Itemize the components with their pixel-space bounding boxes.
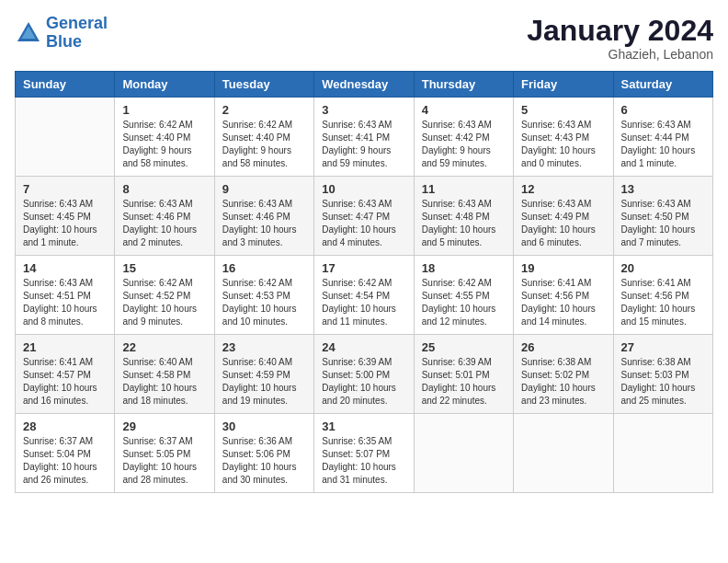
day-info: Sunrise: 6:43 AM Sunset: 4:49 PM Dayligh…	[521, 198, 605, 249]
day-number: 14	[23, 261, 107, 275]
week-row-3: 14Sunrise: 6:43 AM Sunset: 4:51 PM Dayli…	[16, 256, 713, 335]
calendar-cell: 9Sunrise: 6:43 AM Sunset: 4:46 PM Daylig…	[214, 177, 313, 256]
day-info: Sunrise: 6:42 AM Sunset: 4:40 PM Dayligh…	[122, 119, 206, 170]
day-number: 15	[122, 261, 206, 275]
day-info: Sunrise: 6:40 AM Sunset: 4:58 PM Dayligh…	[122, 356, 206, 408]
day-number: 28	[23, 419, 107, 433]
weekday-header-row: SundayMondayTuesdayWednesdayThursdayFrid…	[16, 72, 713, 98]
calendar-cell: 20Sunrise: 6:41 AM Sunset: 4:56 PM Dayli…	[613, 256, 712, 335]
day-info: Sunrise: 6:38 AM Sunset: 5:02 PM Dayligh…	[521, 356, 605, 408]
day-info: Sunrise: 6:43 AM Sunset: 4:42 PM Dayligh…	[422, 119, 506, 170]
day-info: Sunrise: 6:37 AM Sunset: 5:05 PM Dayligh…	[122, 435, 206, 487]
logo: General Blue	[15, 15, 108, 52]
calendar-cell: 24Sunrise: 6:39 AM Sunset: 5:00 PM Dayli…	[314, 335, 414, 414]
week-row-4: 21Sunrise: 6:41 AM Sunset: 4:57 PM Dayli…	[16, 335, 713, 414]
day-number: 10	[322, 182, 405, 196]
calendar-cell: 25Sunrise: 6:39 AM Sunset: 5:01 PM Dayli…	[414, 335, 513, 414]
day-number: 17	[322, 261, 405, 275]
calendar-cell	[613, 414, 712, 493]
calendar-cell: 23Sunrise: 6:40 AM Sunset: 4:59 PM Dayli…	[214, 335, 313, 414]
calendar-cell: 13Sunrise: 6:43 AM Sunset: 4:50 PM Dayli…	[613, 177, 712, 256]
calendar-cell: 29Sunrise: 6:37 AM Sunset: 5:05 PM Dayli…	[115, 414, 214, 493]
day-info: Sunrise: 6:41 AM Sunset: 4:57 PM Dayligh…	[23, 356, 107, 408]
day-info: Sunrise: 6:43 AM Sunset: 4:50 PM Dayligh…	[621, 198, 705, 249]
day-info: Sunrise: 6:41 AM Sunset: 4:56 PM Dayligh…	[621, 277, 705, 328]
day-number: 29	[122, 419, 206, 433]
day-number: 8	[122, 182, 206, 196]
day-number: 11	[422, 182, 506, 196]
calendar-cell: 2Sunrise: 6:42 AM Sunset: 4:40 PM Daylig…	[214, 98, 313, 177]
calendar-cell: 18Sunrise: 6:42 AM Sunset: 4:55 PM Dayli…	[414, 256, 513, 335]
day-number: 26	[521, 340, 605, 354]
calendar-cell: 14Sunrise: 6:43 AM Sunset: 4:51 PM Dayli…	[16, 256, 115, 335]
calendar-cell: 12Sunrise: 6:43 AM Sunset: 4:49 PM Dayli…	[514, 177, 613, 256]
day-number: 5	[521, 103, 605, 117]
day-info: Sunrise: 6:39 AM Sunset: 5:00 PM Dayligh…	[322, 356, 405, 408]
day-info: Sunrise: 6:42 AM Sunset: 4:55 PM Dayligh…	[422, 277, 506, 328]
logo-text: General Blue	[46, 15, 108, 52]
header-thursday: Thursday	[414, 72, 513, 98]
logo-line1: General	[46, 14, 108, 32]
day-number: 27	[621, 340, 705, 354]
title-block: January 2024 Ghazieh, Lebanon	[527, 15, 713, 62]
calendar-cell: 21Sunrise: 6:41 AM Sunset: 4:57 PM Dayli…	[16, 335, 115, 414]
header-sunday: Sunday	[16, 72, 115, 98]
day-number: 21	[23, 340, 107, 354]
calendar-cell: 17Sunrise: 6:42 AM Sunset: 4:54 PM Dayli…	[314, 256, 414, 335]
day-info: Sunrise: 6:43 AM Sunset: 4:46 PM Dayligh…	[222, 198, 306, 249]
day-info: Sunrise: 6:42 AM Sunset: 4:54 PM Dayligh…	[322, 277, 405, 328]
calendar-cell: 31Sunrise: 6:35 AM Sunset: 5:07 PM Dayli…	[314, 414, 414, 493]
day-info: Sunrise: 6:43 AM Sunset: 4:47 PM Dayligh…	[322, 198, 405, 249]
day-number: 19	[521, 261, 605, 275]
day-info: Sunrise: 6:43 AM Sunset: 4:43 PM Dayligh…	[521, 119, 605, 170]
week-row-2: 7Sunrise: 6:43 AM Sunset: 4:45 PM Daylig…	[16, 177, 713, 256]
day-number: 20	[621, 261, 705, 275]
calendar-cell: 6Sunrise: 6:43 AM Sunset: 4:44 PM Daylig…	[613, 98, 712, 177]
day-info: Sunrise: 6:35 AM Sunset: 5:07 PM Dayligh…	[322, 435, 405, 487]
calendar-table: SundayMondayTuesdayWednesdayThursdayFrid…	[15, 71, 713, 493]
day-number: 4	[422, 103, 506, 117]
calendar-cell: 27Sunrise: 6:38 AM Sunset: 5:03 PM Dayli…	[613, 335, 712, 414]
day-number: 13	[621, 182, 705, 196]
day-number: 30	[222, 419, 306, 433]
day-info: Sunrise: 6:36 AM Sunset: 5:06 PM Dayligh…	[222, 435, 306, 487]
calendar-cell: 11Sunrise: 6:43 AM Sunset: 4:48 PM Dayli…	[414, 177, 513, 256]
location-subtitle: Ghazieh, Lebanon	[527, 47, 713, 62]
day-number: 1	[122, 103, 206, 117]
calendar-cell: 19Sunrise: 6:41 AM Sunset: 4:56 PM Dayli…	[514, 256, 613, 335]
header-wednesday: Wednesday	[314, 72, 414, 98]
month-title: January 2024	[527, 15, 713, 47]
header-monday: Monday	[115, 72, 214, 98]
day-info: Sunrise: 6:42 AM Sunset: 4:53 PM Dayligh…	[222, 277, 306, 328]
day-number: 3	[322, 103, 405, 117]
day-info: Sunrise: 6:42 AM Sunset: 4:40 PM Dayligh…	[222, 119, 306, 170]
day-number: 22	[122, 340, 206, 354]
day-number: 23	[222, 340, 306, 354]
header-tuesday: Tuesday	[214, 72, 313, 98]
page-header: General Blue January 2024 Ghazieh, Leban…	[15, 15, 713, 62]
calendar-cell: 16Sunrise: 6:42 AM Sunset: 4:53 PM Dayli…	[214, 256, 313, 335]
day-number: 2	[222, 103, 306, 117]
day-number: 6	[621, 103, 705, 117]
calendar-cell: 5Sunrise: 6:43 AM Sunset: 4:43 PM Daylig…	[514, 98, 613, 177]
day-number: 31	[322, 419, 405, 433]
day-info: Sunrise: 6:43 AM Sunset: 4:46 PM Dayligh…	[122, 198, 206, 249]
calendar-cell	[414, 414, 513, 493]
day-info: Sunrise: 6:42 AM Sunset: 4:52 PM Dayligh…	[122, 277, 206, 328]
day-number: 16	[222, 261, 306, 275]
day-info: Sunrise: 6:43 AM Sunset: 4:41 PM Dayligh…	[322, 119, 405, 170]
calendar-cell: 3Sunrise: 6:43 AM Sunset: 4:41 PM Daylig…	[314, 98, 414, 177]
calendar-cell	[16, 98, 115, 177]
calendar-cell: 15Sunrise: 6:42 AM Sunset: 4:52 PM Dayli…	[115, 256, 214, 335]
calendar-cell: 28Sunrise: 6:37 AM Sunset: 5:04 PM Dayli…	[16, 414, 115, 493]
day-number: 9	[222, 182, 306, 196]
week-row-1: 1Sunrise: 6:42 AM Sunset: 4:40 PM Daylig…	[16, 98, 713, 177]
day-info: Sunrise: 6:43 AM Sunset: 4:48 PM Dayligh…	[422, 198, 506, 249]
day-info: Sunrise: 6:41 AM Sunset: 4:56 PM Dayligh…	[521, 277, 605, 328]
calendar-cell: 30Sunrise: 6:36 AM Sunset: 5:06 PM Dayli…	[214, 414, 313, 493]
day-number: 25	[422, 340, 506, 354]
day-info: Sunrise: 6:38 AM Sunset: 5:03 PM Dayligh…	[621, 356, 705, 408]
day-info: Sunrise: 6:37 AM Sunset: 5:04 PM Dayligh…	[23, 435, 107, 487]
week-row-5: 28Sunrise: 6:37 AM Sunset: 5:04 PM Dayli…	[16, 414, 713, 493]
calendar-cell: 8Sunrise: 6:43 AM Sunset: 4:46 PM Daylig…	[115, 177, 214, 256]
